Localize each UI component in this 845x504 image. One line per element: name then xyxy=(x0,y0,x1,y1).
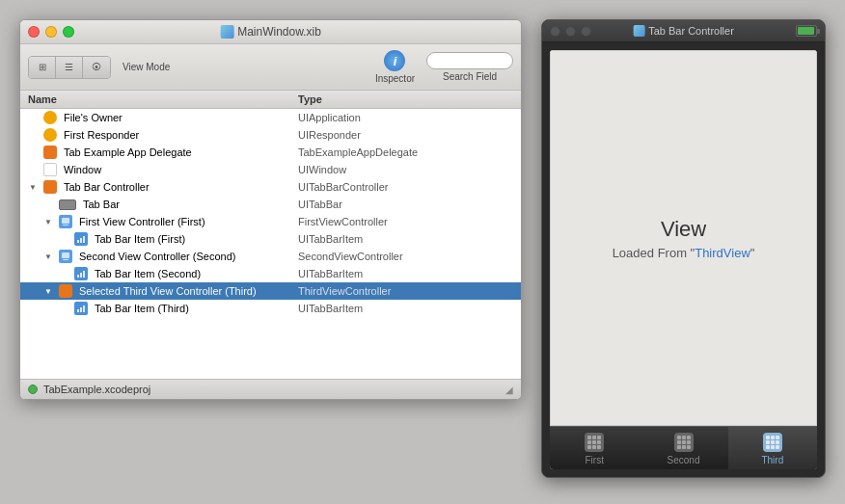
svg-rect-11 xyxy=(80,307,82,312)
svg-rect-2 xyxy=(77,240,79,243)
row-type-text: UITabBarItem xyxy=(298,233,513,245)
table-row[interactable]: ▼ Selected Third View Controller (Third)… xyxy=(20,282,521,300)
table-row[interactable]: Tab Bar Item (First) UITabBarItem xyxy=(20,230,521,248)
disclosure-triangle[interactable]: ▼ xyxy=(43,217,53,226)
inspector-label: Inspector xyxy=(375,73,415,84)
tab-bar: First Second Third xyxy=(550,426,817,469)
row-type-text: TabExampleAppDelegate xyxy=(298,146,513,158)
table-row[interactable]: ▼ Tab Bar Controller UITabBarController xyxy=(20,178,521,196)
disclosure-triangle[interactable]: ▼ xyxy=(43,252,53,261)
close-button[interactable] xyxy=(28,26,40,38)
window-title-text: MainWindow.xib xyxy=(237,25,321,39)
resize-handle: ◢ xyxy=(505,385,513,395)
row-name: Tab Bar Item (Second) xyxy=(28,267,298,280)
window-bottom-bar: TabExample.xcodeproj ◢ xyxy=(20,379,521,399)
sim-title-icon xyxy=(633,25,644,37)
row-type-text: ThirdViewController xyxy=(298,285,513,297)
view-mode-list-btn[interactable]: ☰ xyxy=(56,57,83,78)
row-name-text: Tab Bar Item (Second) xyxy=(95,268,201,279)
table-row[interactable]: ▼ Second View Controller (Second) Second… xyxy=(20,248,521,265)
row-name: ▼ Selected Third View Controller (Third) xyxy=(28,284,298,298)
view-mode-label: View Mode xyxy=(123,62,170,72)
tab-icon xyxy=(763,433,782,452)
table-row[interactable]: Window UIWindow xyxy=(20,161,521,178)
row-type-text: UITabBar xyxy=(298,199,513,210)
row-name: Tab Bar Item (First) xyxy=(28,232,298,246)
disclosure-triangle[interactable]: ▼ xyxy=(43,286,53,296)
screen-content: View Loaded From "ThirdView" xyxy=(550,50,817,426)
screen-loaded-from: Loaded From "ThirdView" xyxy=(613,246,755,260)
search-input[interactable] xyxy=(426,52,513,69)
row-name: Window xyxy=(28,163,298,176)
project-label: TabExample.xcodeproj xyxy=(43,384,150,395)
svg-rect-8 xyxy=(80,273,82,278)
row-name-text: Tab Bar Controller xyxy=(64,181,150,193)
traffic-lights xyxy=(28,26,74,38)
sim-maximize-btn[interactable] xyxy=(581,26,591,37)
svg-rect-1 xyxy=(63,225,68,225)
row-name-text: Window xyxy=(64,164,101,175)
svg-rect-12 xyxy=(83,305,85,312)
svg-rect-6 xyxy=(63,259,68,260)
row-name: Tab Bar Item (Third) xyxy=(28,302,298,315)
inspector-icon: i xyxy=(384,50,405,71)
search-field-container: Search Field xyxy=(426,52,513,82)
view-mode-icon-btn[interactable]: ⊞ xyxy=(29,57,56,78)
row-type-text: SecondViewController xyxy=(298,251,513,262)
status-dot xyxy=(28,385,38,394)
sim-close-btn[interactable] xyxy=(550,26,560,37)
inspector-button[interactable]: i Inspector xyxy=(375,50,415,84)
row-name: First Responder xyxy=(28,128,298,142)
xcode-window: MainWindow.xib ⊞ ☰ ⦿ View Mode i Inspect… xyxy=(19,19,522,400)
table-row[interactable]: Tab Bar Item (Third) UITabBarItem xyxy=(20,300,521,317)
tab-first-tab[interactable]: First xyxy=(550,427,639,469)
iphone-screen: View Loaded From "ThirdView" First xyxy=(550,50,817,469)
svg-rect-9 xyxy=(83,271,85,278)
table-row[interactable]: Tab Bar UITabBar xyxy=(20,196,521,213)
table-row[interactable]: First Responder UIResponder xyxy=(20,126,521,144)
svg-rect-7 xyxy=(77,275,79,278)
row-name-text: Second View Controller (Second) xyxy=(79,251,235,262)
view-mode-buttons: ⊞ ☰ ⦿ xyxy=(28,56,111,79)
sim-minimize-btn[interactable] xyxy=(565,26,576,37)
tab-icon xyxy=(674,433,694,452)
sim-window-title: Tab Bar Controller xyxy=(633,25,734,37)
search-label: Search Field xyxy=(443,71,497,82)
row-name-text: Tab Bar Item (Third) xyxy=(95,303,189,314)
row-name: File's Owner xyxy=(28,111,298,124)
row-type-text: UITabBarController xyxy=(298,181,513,193)
svg-rect-5 xyxy=(62,252,69,258)
svg-rect-3 xyxy=(80,238,82,243)
row-type-text: UITabBarItem xyxy=(298,303,513,314)
table-row[interactable]: Tab Example App Delegate TabExampleAppDe… xyxy=(20,144,521,161)
row-type-text: FirstViewController xyxy=(298,216,513,227)
view-mode-column-btn[interactable]: ⦿ xyxy=(83,57,110,78)
table-row[interactable]: ▼ First View Controller (First) FirstVie… xyxy=(20,213,521,230)
row-name: ▼ First View Controller (First) xyxy=(28,215,298,228)
sim-traffic-lights xyxy=(550,26,591,37)
tab-label: Second xyxy=(668,455,700,465)
maximize-button[interactable] xyxy=(63,26,74,38)
row-name: ▼ Second View Controller (Second) xyxy=(28,250,298,263)
toolbar: ⊞ ☰ ⦿ View Mode i Inspector Search Field xyxy=(20,44,521,91)
minimize-button[interactable] xyxy=(45,26,57,38)
tab-third-tab[interactable]: Third xyxy=(728,427,817,469)
table-row[interactable]: Tab Bar Item (Second) UITabBarItem xyxy=(20,265,521,282)
svg-rect-4 xyxy=(83,236,85,243)
row-name-text: Tab Bar xyxy=(83,199,120,210)
tab-label: First xyxy=(585,455,603,465)
simulator-titlebar: Tab Bar Controller xyxy=(542,20,825,42)
row-name-text: Tab Example App Delegate xyxy=(64,146,192,158)
xib-file-icon xyxy=(220,25,233,39)
tab-second-tab[interactable]: Second xyxy=(639,427,727,469)
svg-rect-0 xyxy=(62,218,69,224)
battery-indicator xyxy=(796,25,817,37)
type-column-header: Type xyxy=(298,93,513,105)
table-row[interactable]: File's Owner UIApplication xyxy=(20,109,521,126)
row-name: ▼ Tab Bar Controller xyxy=(28,180,298,194)
row-type-text: UIApplication xyxy=(298,112,513,123)
row-type-text: UIResponder xyxy=(298,129,513,141)
disclosure-triangle[interactable]: ▼ xyxy=(28,182,38,192)
third-view-link[interactable]: ThirdView xyxy=(695,246,750,260)
window-title: MainWindow.xib xyxy=(220,25,321,39)
